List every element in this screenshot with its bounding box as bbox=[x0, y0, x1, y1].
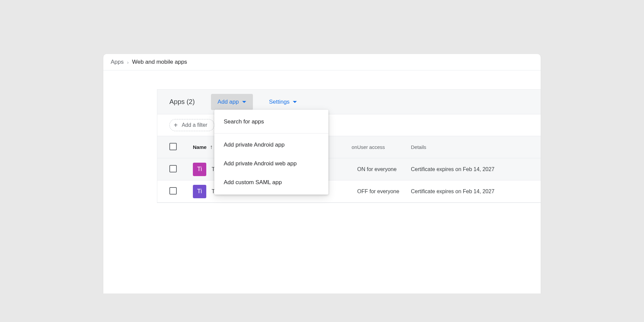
breadcrumb-root[interactable]: Apps bbox=[111, 59, 124, 65]
col-details[interactable]: Details bbox=[411, 144, 529, 150]
add-app-label: Add app bbox=[218, 99, 239, 105]
row-checkbox[interactable] bbox=[169, 165, 177, 172]
col-name[interactable]: Name bbox=[193, 144, 207, 150]
breadcrumb-current: Web and mobile apps bbox=[132, 59, 187, 65]
add-filter-button[interactable]: + Add a filter bbox=[169, 119, 214, 131]
add-app-button[interactable]: Add app bbox=[211, 94, 253, 110]
breadcrumb: Apps › Web and mobile apps bbox=[103, 54, 541, 70]
chevron-right-icon: › bbox=[127, 59, 129, 65]
sort-asc-icon[interactable]: ↑ bbox=[210, 144, 213, 151]
toolbar: Apps (2) Add app Settings Search for app… bbox=[157, 90, 541, 114]
col-user-access[interactable]: User access bbox=[357, 144, 411, 150]
row-checkbox[interactable] bbox=[169, 187, 177, 195]
page-card: Apps › Web and mobile apps Apps (2) Add … bbox=[103, 54, 541, 293]
app-badge: Ti bbox=[193, 163, 206, 176]
apps-panel: Apps (2) Add app Settings Search for app… bbox=[157, 89, 541, 203]
apps-count-title: Apps (2) bbox=[169, 98, 195, 106]
dropdown-search-apps[interactable]: Search for apps bbox=[214, 112, 328, 131]
chevron-down-icon bbox=[242, 101, 246, 103]
settings-button[interactable]: Settings bbox=[262, 94, 304, 110]
dropdown-private-android-web[interactable]: Add private Android web app bbox=[214, 154, 328, 173]
add-app-dropdown: Search for apps Add private Android app … bbox=[214, 110, 328, 195]
select-all-checkbox[interactable] bbox=[169, 143, 177, 150]
dropdown-private-android[interactable]: Add private Android app bbox=[214, 136, 328, 154]
chevron-down-icon bbox=[293, 101, 297, 103]
settings-label: Settings bbox=[269, 99, 289, 105]
row-details: Certificate expires on Feb 14, 2027 bbox=[411, 189, 529, 195]
app-badge: Ti bbox=[193, 185, 206, 198]
row-details: Certificate expires on Feb 14, 2027 bbox=[411, 166, 529, 172]
dropdown-custom-saml[interactable]: Add custom SAML app bbox=[214, 173, 328, 192]
row-user-access: OFF for everyone bbox=[357, 189, 411, 195]
plus-icon: + bbox=[174, 122, 178, 128]
row-user-access: ON for everyone bbox=[357, 166, 411, 172]
dropdown-divider bbox=[214, 133, 328, 133]
add-filter-label: Add a filter bbox=[182, 122, 207, 128]
